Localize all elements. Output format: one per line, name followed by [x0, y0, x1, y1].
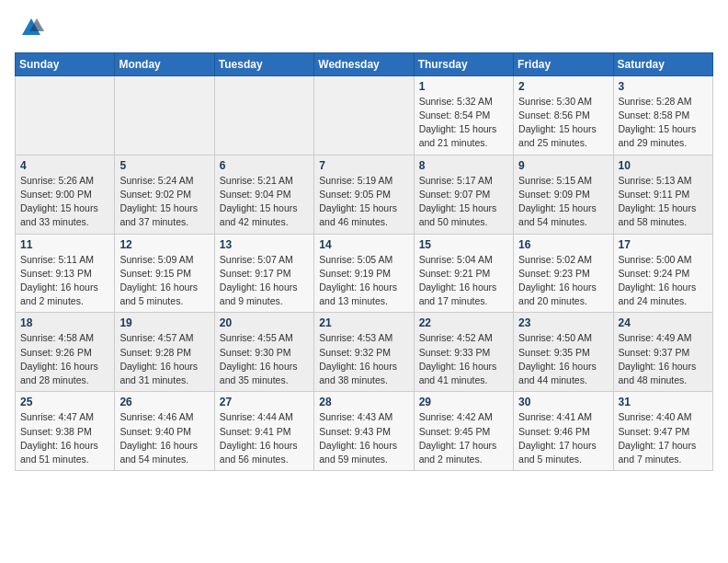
day-info: Sunrise: 4:49 AMSunset: 9:37 PMDaylight:… [619, 331, 708, 387]
day-info: Sunrise: 4:55 AMSunset: 9:30 PMDaylight:… [220, 331, 309, 387]
day-info: Sunrise: 5:32 AMSunset: 8:54 PMDaylight:… [419, 95, 508, 151]
page-header [15, 15, 713, 45]
calendar-cell: 23Sunrise: 4:50 AMSunset: 9:35 PMDayligh… [514, 313, 613, 392]
day-number: 11 [20, 238, 109, 251]
day-info: Sunrise: 5:21 AMSunset: 9:04 PMDaylight:… [220, 174, 309, 230]
calendar-cell: 26Sunrise: 4:46 AMSunset: 9:40 PMDayligh… [115, 392, 214, 471]
calendar-cell: 3Sunrise: 5:28 AMSunset: 8:58 PMDaylight… [613, 75, 712, 155]
day-number: 24 [619, 316, 708, 329]
calendar-cell: 6Sunrise: 5:21 AMSunset: 9:04 PMDaylight… [214, 155, 313, 234]
calendar-week-3: 11Sunrise: 5:11 AMSunset: 9:13 PMDayligh… [16, 234, 713, 313]
day-number: 28 [319, 396, 408, 408]
day-number: 9 [518, 159, 608, 172]
calendar-cell: 22Sunrise: 4:52 AMSunset: 9:33 PMDayligh… [414, 313, 513, 392]
day-number: 22 [419, 316, 508, 329]
day-number: 23 [518, 316, 608, 329]
calendar-cell: 12Sunrise: 5:09 AMSunset: 9:15 PMDayligh… [115, 234, 214, 313]
calendar-cell: 20Sunrise: 4:55 AMSunset: 9:30 PMDayligh… [214, 313, 313, 392]
day-number: 20 [220, 316, 309, 329]
day-number: 7 [319, 159, 408, 172]
day-info: Sunrise: 4:57 AMSunset: 9:28 PMDaylight:… [119, 331, 209, 387]
calendar-cell: 11Sunrise: 5:11 AMSunset: 9:13 PMDayligh… [16, 234, 115, 313]
day-number: 19 [119, 316, 209, 329]
logo-icon [18, 15, 44, 40]
day-number: 5 [119, 159, 209, 172]
calendar-cell [115, 75, 214, 155]
day-number: 16 [518, 238, 608, 251]
day-info: Sunrise: 5:17 AMSunset: 9:07 PMDaylight:… [419, 174, 508, 230]
day-info: Sunrise: 5:28 AMSunset: 8:58 PMDaylight:… [619, 95, 708, 151]
calendar-cell: 30Sunrise: 4:41 AMSunset: 9:46 PMDayligh… [514, 392, 613, 471]
calendar-table: SundayMondayTuesdayWednesdayThursdayFrid… [15, 52, 713, 471]
calendar-body: 1Sunrise: 5:32 AMSunset: 8:54 PMDaylight… [16, 75, 713, 470]
calendar-cell: 2Sunrise: 5:30 AMSunset: 8:56 PMDaylight… [514, 75, 613, 155]
calendar-cell: 29Sunrise: 4:42 AMSunset: 9:45 PMDayligh… [414, 392, 513, 471]
calendar-cell: 13Sunrise: 5:07 AMSunset: 9:17 PMDayligh… [214, 234, 313, 313]
calendar-cell [16, 75, 115, 155]
day-number: 2 [518, 80, 608, 93]
col-header-tuesday: Tuesday [214, 52, 313, 75]
day-number: 1 [419, 80, 508, 93]
calendar-cell: 9Sunrise: 5:15 AMSunset: 9:09 PMDaylight… [514, 155, 613, 234]
calendar-cell: 27Sunrise: 4:44 AMSunset: 9:41 PMDayligh… [214, 392, 313, 471]
calendar-cell: 10Sunrise: 5:13 AMSunset: 9:11 PMDayligh… [613, 155, 712, 234]
day-info: Sunrise: 4:46 AMSunset: 9:40 PMDaylight:… [119, 410, 209, 466]
day-info: Sunrise: 5:02 AMSunset: 9:23 PMDaylight:… [518, 253, 608, 309]
calendar-cell: 16Sunrise: 5:02 AMSunset: 9:23 PMDayligh… [514, 234, 613, 313]
col-header-friday: Friday [514, 52, 613, 75]
col-header-sunday: Sunday [16, 52, 115, 75]
day-info: Sunrise: 4:58 AMSunset: 9:26 PMDaylight:… [20, 331, 109, 387]
day-info: Sunrise: 5:11 AMSunset: 9:13 PMDaylight:… [20, 253, 109, 309]
day-number: 13 [220, 238, 309, 251]
day-number: 29 [419, 396, 508, 408]
day-info: Sunrise: 5:04 AMSunset: 9:21 PMDaylight:… [419, 253, 508, 309]
logo [15, 15, 44, 45]
calendar-cell: 19Sunrise: 4:57 AMSunset: 9:28 PMDayligh… [115, 313, 214, 392]
day-number: 10 [619, 159, 708, 172]
day-info: Sunrise: 4:41 AMSunset: 9:46 PMDaylight:… [518, 410, 608, 466]
calendar-cell: 8Sunrise: 5:17 AMSunset: 9:07 PMDaylight… [414, 155, 513, 234]
day-info: Sunrise: 5:00 AMSunset: 9:24 PMDaylight:… [619, 253, 708, 309]
calendar-cell: 21Sunrise: 4:53 AMSunset: 9:32 PMDayligh… [314, 313, 414, 392]
day-number: 26 [119, 396, 209, 408]
day-number: 14 [319, 238, 408, 251]
day-info: Sunrise: 4:47 AMSunset: 9:38 PMDaylight:… [20, 410, 109, 466]
calendar-week-1: 1Sunrise: 5:32 AMSunset: 8:54 PMDaylight… [16, 75, 713, 155]
day-info: Sunrise: 4:44 AMSunset: 9:41 PMDaylight:… [220, 410, 309, 466]
col-header-wednesday: Wednesday [314, 52, 414, 75]
day-info: Sunrise: 5:30 AMSunset: 8:56 PMDaylight:… [518, 95, 608, 151]
day-info: Sunrise: 5:26 AMSunset: 9:00 PMDaylight:… [20, 174, 109, 230]
day-number: 21 [319, 316, 408, 329]
day-info: Sunrise: 4:50 AMSunset: 9:35 PMDaylight:… [518, 331, 608, 387]
day-number: 3 [619, 80, 708, 93]
day-number: 4 [20, 159, 109, 172]
day-info: Sunrise: 5:09 AMSunset: 9:15 PMDaylight:… [119, 253, 209, 309]
day-number: 8 [419, 159, 508, 172]
calendar-header-row: SundayMondayTuesdayWednesdayThursdayFrid… [16, 52, 713, 75]
calendar-week-2: 4Sunrise: 5:26 AMSunset: 9:00 PMDaylight… [16, 155, 713, 234]
calendar-cell: 18Sunrise: 4:58 AMSunset: 9:26 PMDayligh… [16, 313, 115, 392]
day-info: Sunrise: 4:43 AMSunset: 9:43 PMDaylight:… [319, 410, 408, 466]
calendar-cell: 25Sunrise: 4:47 AMSunset: 9:38 PMDayligh… [16, 392, 115, 471]
calendar-cell: 31Sunrise: 4:40 AMSunset: 9:47 PMDayligh… [613, 392, 712, 471]
day-number: 6 [220, 159, 309, 172]
calendar-cell: 17Sunrise: 5:00 AMSunset: 9:24 PMDayligh… [613, 234, 712, 313]
day-info: Sunrise: 5:07 AMSunset: 9:17 PMDaylight:… [220, 253, 309, 309]
col-header-monday: Monday [115, 52, 214, 75]
day-number: 30 [518, 396, 608, 408]
day-info: Sunrise: 4:40 AMSunset: 9:47 PMDaylight:… [619, 410, 708, 466]
calendar-cell: 4Sunrise: 5:26 AMSunset: 9:00 PMDaylight… [16, 155, 115, 234]
day-number: 31 [619, 396, 708, 408]
col-header-thursday: Thursday [414, 52, 513, 75]
day-info: Sunrise: 4:42 AMSunset: 9:45 PMDaylight:… [419, 410, 508, 466]
calendar-cell: 28Sunrise: 4:43 AMSunset: 9:43 PMDayligh… [314, 392, 414, 471]
calendar-week-5: 25Sunrise: 4:47 AMSunset: 9:38 PMDayligh… [16, 392, 713, 471]
calendar-cell [214, 75, 313, 155]
col-header-saturday: Saturday [613, 52, 712, 75]
calendar-cell: 5Sunrise: 5:24 AMSunset: 9:02 PMDaylight… [115, 155, 214, 234]
calendar-cell: 15Sunrise: 5:04 AMSunset: 9:21 PMDayligh… [414, 234, 513, 313]
calendar-cell [314, 75, 414, 155]
day-number: 25 [20, 396, 109, 408]
calendar-cell: 14Sunrise: 5:05 AMSunset: 9:19 PMDayligh… [314, 234, 414, 313]
day-number: 12 [119, 238, 209, 251]
